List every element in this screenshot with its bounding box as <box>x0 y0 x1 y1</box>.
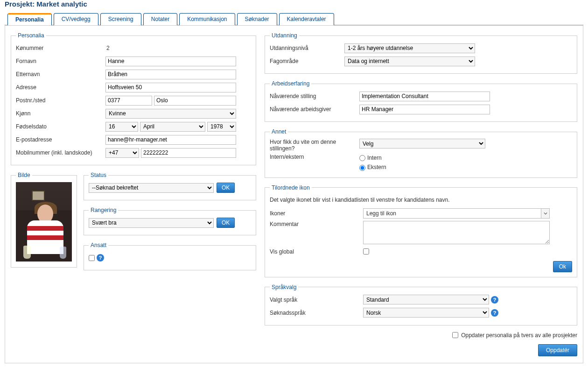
chevron-down-icon <box>541 209 549 218</box>
input-adresse[interactable] <box>105 83 236 92</box>
tab-soknader[interactable]: Søknader <box>237 13 277 25</box>
select-utdanningsnivaa[interactable]: 1-2 års høyere utdannelse <box>344 43 475 53</box>
fieldset-bilde: Bilde <box>11 172 77 268</box>
select-maned[interactable]: April <box>140 122 205 132</box>
label-hvor-fikk: Hvor fikk du vite om denne stillingen? <box>270 139 359 152</box>
label-fodselsdato: Fødselsdato <box>16 123 105 130</box>
input-mobil[interactable] <box>141 148 236 158</box>
label-epost: E-postadresse <box>16 136 105 143</box>
fieldset-utdanning: Utdanning Utdanningsnivå 1-2 års høyere … <box>265 32 577 74</box>
checkbox-update-cross[interactable] <box>452 332 458 338</box>
fieldset-arbeidserfaring: Arbeidserfaring Nåværende stilling Nåvær… <box>265 80 577 122</box>
label-mobil: Mobilnummer (inkl. landskode) <box>16 149 105 156</box>
help-icon-valgt-sprak[interactable]: ? <box>491 296 498 304</box>
label-fornavn: Fornavn <box>16 58 105 64</box>
select-valgt-sprak[interactable]: Standard <box>363 295 489 304</box>
checkbox-ansatt[interactable] <box>89 255 95 261</box>
input-etternavn[interactable] <box>105 70 236 79</box>
legend-personalia: Personalia <box>16 32 46 39</box>
select-soknadssprak[interactable]: Norsk <box>363 308 489 318</box>
page-title: Prosjekt: Market analytic <box>5 0 583 8</box>
label-kommentar: Kommentar <box>270 221 363 227</box>
input-postnr[interactable] <box>105 96 152 106</box>
fieldset-annet: Annet Hvor fikk du vite om denne stillin… <box>265 128 577 178</box>
value-konummer: 2 <box>105 45 110 51</box>
candidate-photo[interactable] <box>16 182 72 262</box>
select-mobil-country[interactable]: +47 <box>105 148 139 158</box>
label-utdanningsnivaa: Utdanningsnivå <box>270 45 344 51</box>
fieldset-personalia: Personalia Kønummer 2 Fornavn Etternavn … <box>11 32 256 165</box>
label-valgt-sprak: Valgt språk <box>270 297 363 303</box>
input-epost[interactable] <box>105 135 236 145</box>
checkbox-vis-global[interactable] <box>363 248 369 255</box>
legend-tilordnede-ikon: Tilordnede ikon <box>270 184 312 191</box>
select-aar[interactable]: 1978 <box>207 122 236 132</box>
oppdater-button[interactable]: Oppdatér <box>538 344 577 356</box>
status-ok-button[interactable]: OK <box>217 183 235 193</box>
select-status[interactable]: --Søknad bekreftet <box>89 183 214 193</box>
label-soknadssprak: Søknadsspråk <box>270 310 363 316</box>
update-cross-text: Oppdater personalia på tvers av alle pro… <box>461 332 577 339</box>
radio-ekstern[interactable] <box>359 165 365 171</box>
rangering-ok-button[interactable]: OK <box>217 218 235 228</box>
label-postnr: Postnr./sted <box>16 97 105 104</box>
radio-intern[interactable] <box>359 155 365 161</box>
tab-screening[interactable]: Screening <box>100 13 141 25</box>
input-fornavn[interactable] <box>105 57 236 66</box>
legend-arbeidserfaring: Arbeidserfaring <box>270 80 311 87</box>
select-hvor-fikk[interactable]: Velg <box>359 139 485 149</box>
tab-notater[interactable]: Notater <box>143 13 177 25</box>
label-kjonn: Kjønn <box>16 110 105 117</box>
textarea-kommentar[interactable] <box>363 221 550 244</box>
select-fagomrade[interactable]: Data og internett <box>344 57 475 66</box>
fieldset-tilordnede-ikon: Tilordnede ikon Det valgte ikonet blir v… <box>265 184 577 277</box>
legend-annet: Annet <box>270 128 288 135</box>
label-vis-global: Vis global <box>270 248 363 255</box>
tilordnede-info-text: Det valgte ikonet blir vist i kandidatli… <box>270 197 572 203</box>
input-naavaerende-stilling[interactable] <box>359 92 490 101</box>
fieldset-rangering: Rangering Svært bra OK <box>84 207 256 235</box>
fieldset-ansatt: Ansatt ? <box>84 242 256 270</box>
tab-bar: Personalia CV/vedlegg Screening Notater … <box>5 13 583 25</box>
label-konummer: Kønummer <box>16 45 105 51</box>
fieldset-sprakvalg: Språkvalg Valgt språk Standard ? Søknads… <box>265 284 577 325</box>
select-kjonn[interactable]: Kvinne <box>105 109 236 119</box>
input-sted[interactable] <box>154 96 236 106</box>
select-dag[interactable]: 16 <box>105 122 138 132</box>
label-naavaerende-arbeidsgiver: Nåværende arbeidsgiver <box>270 106 359 113</box>
tab-kalenderavtaler[interactable]: Kalenderavtaler <box>279 13 334 25</box>
checkbox-update-cross-label[interactable]: Oppdater personalia på tvers av alle pro… <box>452 332 577 339</box>
combo-ikoner-value: Legg til ikon <box>366 210 396 217</box>
combo-ikoner[interactable]: Legg til ikon <box>363 208 550 219</box>
legend-bilde: Bilde <box>16 172 32 178</box>
select-rangering[interactable]: Svært bra <box>89 218 214 228</box>
help-icon-ansatt[interactable]: ? <box>97 254 104 262</box>
label-naavaerende-stilling: Nåværende stilling <box>270 93 359 99</box>
tab-personalia[interactable]: Personalia <box>7 13 52 25</box>
legend-utdanning: Utdanning <box>270 32 299 39</box>
label-adresse: Adresse <box>16 84 105 91</box>
help-icon-soknadssprak[interactable]: ? <box>491 309 498 317</box>
input-naavaerende-arbeidsgiver[interactable] <box>359 105 490 114</box>
legend-ansatt: Ansatt <box>89 242 108 248</box>
main-panel: Personalia Kønummer 2 Fornavn Etternavn … <box>5 25 583 363</box>
legend-status: Status <box>89 172 108 178</box>
legend-rangering: Rangering <box>89 207 118 213</box>
label-fagomrade: Fagområde <box>270 58 344 64</box>
fieldset-status: Status --Søknad bekreftet OK <box>84 172 256 200</box>
legend-sprakvalg: Språkvalg <box>270 284 298 290</box>
label-intern-ekstern: Intern/ekstern <box>270 154 359 160</box>
label-ikoner: Ikoner <box>270 210 363 217</box>
tab-cv-vedlegg[interactable]: CV/vedlegg <box>54 13 98 25</box>
radio-ekstern-label[interactable]: Ekstern <box>359 164 386 170</box>
label-etternavn: Etternavn <box>16 71 105 78</box>
tilordnede-ok-button[interactable]: Ok <box>553 261 572 272</box>
tab-kommunikasjon[interactable]: Kommunikasjon <box>179 13 235 25</box>
radio-intern-label[interactable]: Intern <box>359 155 386 161</box>
